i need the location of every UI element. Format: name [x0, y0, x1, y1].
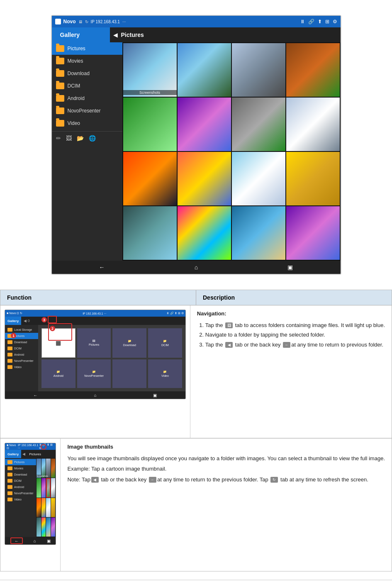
back-arrow-icon[interactable]: ← — [99, 264, 105, 271]
navigation-steps: Tap the 🖼 tab to access folders containi… — [197, 321, 385, 349]
grid-cell-8[interactable] — [286, 98, 340, 151]
grid-cell-15[interactable] — [232, 206, 285, 260]
gallery-header: Gallery ◀ Pictures — [52, 27, 341, 42]
sidebar-item-novopresenter[interactable]: NovoPresenter — [52, 105, 122, 117]
mini-f2-movies — [7, 466, 12, 470]
gallery-section-title: Pictures — [121, 32, 144, 38]
mini-gallery-title-1: Gallery — [5, 317, 21, 325]
sidebar-item-pictures[interactable]: Pictures — [52, 42, 122, 55]
sidebar-label-android: Android — [68, 95, 85, 101]
folder-icon-pictures — [56, 45, 64, 52]
mini-folder-video — [7, 365, 12, 369]
grid-cell-13[interactable] — [123, 206, 177, 260]
mini-s2-android: Android — [5, 484, 36, 490]
top-screenshot: Novo 🖥 ↻ IP 192.168.43.1 ··· ⏸ 🔗 ⬆ ⊞ ⚙ G… — [51, 15, 341, 275]
mini-home-1: ⌂ — [94, 393, 97, 398]
mini-g2-sky — [46, 518, 51, 537]
nav-step-1: Tap the 🖼 tab to access folders containi… — [205, 321, 385, 330]
desc-title-thumbnails: Image thumbnails — [67, 443, 385, 451]
nav-step-3: Tap the ◀ tab or the back key ←at any ti… — [205, 341, 385, 349]
mini-folder-icon-d: 📁 — [128, 339, 131, 343]
mini-g2-rail-container — [46, 478, 51, 497]
mini-grid-2: Screenshots — [36, 458, 56, 537]
grid-cell-7[interactable] — [232, 98, 285, 151]
grid-cell-4[interactable] — [286, 43, 340, 97]
grid-cell-16[interactable] — [286, 206, 340, 260]
grid-cell-10[interactable] — [178, 152, 231, 205]
novo-logo: Novo — [63, 19, 76, 24]
grid-cell-12[interactable] — [286, 152, 340, 205]
folder-open-icon: 📂 — [77, 135, 84, 142]
mini-dl-label: Download — [14, 341, 27, 344]
mini-folder-icon-v: 📁 — [163, 370, 167, 374]
sidebar-label-movies: Movies — [68, 58, 83, 64]
mini-grid-dcim: 📁 DCIM — [148, 328, 182, 358]
grid-cell-5[interactable] — [123, 98, 177, 151]
folder-icon-download — [56, 70, 64, 77]
back-key-icon: ← — [283, 342, 290, 348]
mini-dcim-label: DCIM — [14, 347, 22, 350]
mini-home-2: ⌂ — [34, 539, 36, 543]
gallery-body: Pictures Movies Download DCIM Android — [52, 42, 341, 261]
grid-cell-screenshots[interactable]: Screenshots — [123, 43, 177, 97]
sidebar-label-download: Download — [68, 71, 90, 76]
mini-folder-label-v: Video — [161, 374, 169, 377]
mini-g2-lake — [37, 518, 41, 537]
recent-apps-icon[interactable]: ▣ — [287, 264, 293, 271]
mini-l2-download: Download — [14, 473, 27, 476]
sidebar-item-download[interactable]: Download — [52, 67, 122, 80]
grid-cell-14[interactable] — [178, 206, 231, 260]
edit-icon: ✏ — [56, 135, 61, 142]
desc-tab-icon: ◀ — [91, 477, 99, 483]
tab-icon-1: 🖼 — [225, 322, 233, 328]
mini-g2-sunset2 — [41, 498, 46, 517]
desc-note: Note: Tap◀ tab or the back key ←at any t… — [67, 476, 385, 484]
android-bottombar: ← ⌂ ▣ — [52, 261, 341, 274]
mini-ip-1: IP 192.168.43.1 ··· — [83, 312, 106, 315]
mini-gallery-title-2: Gallery — [5, 450, 21, 458]
mini-ip-2: IP 192.168.43.1 ··· — [18, 444, 39, 449]
sidebar-item-video[interactable]: Video — [52, 117, 122, 129]
grid-cell-3[interactable] — [232, 43, 285, 97]
mini-grid-novop: 📁 NovoPresenter — [77, 359, 111, 388]
grid-cell-9[interactable] — [123, 152, 177, 205]
mini-right-icons-1: ⏸ 🔗 ⬆ ⊞ ⚙ — [166, 312, 184, 315]
android-topbar: Novo 🖥 ↻ IP 192.168.43.1 ··· ⏸ 🔗 ⬆ ⊞ ⚙ — [52, 16, 341, 27]
description-cell-navigation: Navigation: Tap the 🖼 tab to access fold… — [190, 305, 392, 438]
mini-folder-icon-np: 📁 — [92, 370, 96, 374]
sidebar-item-dcim[interactable]: DCIM — [52, 80, 122, 92]
mini-novo-label: NovoPresenter — [14, 359, 34, 362]
mini-folder-label-a: Android — [54, 374, 63, 377]
grid-cell-6[interactable] — [178, 98, 231, 151]
num-label-3: 3 — [41, 317, 47, 322]
mini-folder-label-d: Download — [123, 344, 136, 347]
mini-grid-pictures: 🖼 Pictures — [77, 328, 111, 358]
mini-f2-download — [7, 473, 12, 476]
header-function: Function — [0, 290, 196, 305]
sidebar-label-dcim: DCIM — [68, 83, 80, 89]
grid-cell-11[interactable] — [232, 152, 285, 205]
mini-g2-gold — [51, 498, 56, 517]
desc-example: Example: Tap a cartoon image thumbnail. — [67, 465, 385, 473]
mini-folder-icon-p: 🖼 — [93, 339, 95, 342]
sidebar-item-android[interactable]: Android — [52, 92, 122, 105]
mini-recent-1: ▣ — [153, 393, 157, 398]
mini-s2-pictures: Pictures — [5, 459, 36, 465]
mini-folder-dl — [7, 340, 12, 344]
home-icon[interactable]: ⌂ — [195, 264, 198, 271]
desc-back-icon: ← — [149, 477, 156, 483]
grid-cell-2[interactable] — [178, 43, 231, 97]
desc-refresh-icon: ↻ — [270, 477, 278, 483]
desc-text-thumbnails: You will see image thumbnails displayed … — [67, 454, 385, 463]
gallery-sidebar: Pictures Movies Download DCIM Android — [52, 42, 122, 261]
mini-section-title-2: Pictures — [27, 452, 44, 456]
description-cell-thumbnails: Image thumbnails You will see image thum… — [61, 439, 392, 571]
monitor-icon: 🖥 — [78, 20, 83, 24]
mini-g2-label: Screenshots — [37, 475, 41, 477]
globe-icon: 🌐 — [89, 135, 96, 142]
sidebar-item-movies[interactable]: Movies — [52, 55, 122, 67]
mini-bottombar-2: ← ⌂ ▣ — [5, 537, 56, 544]
mini-novo-logo: ■ Novo ⊡ ↻ — [7, 312, 22, 315]
mini-folder-label-np: NovoPresenter — [84, 374, 104, 377]
mini-android-item: Android — [5, 352, 38, 358]
